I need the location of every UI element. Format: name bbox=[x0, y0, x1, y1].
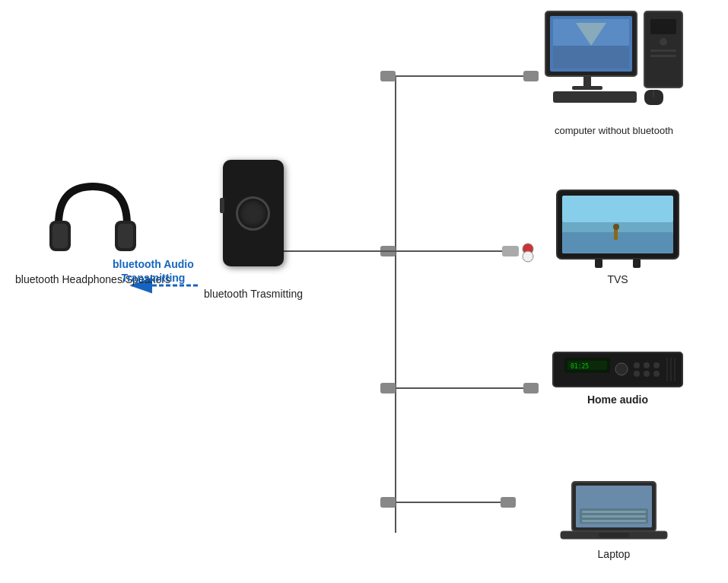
svg-point-54 bbox=[653, 362, 660, 368]
svg-rect-69 bbox=[599, 533, 629, 537]
home-audio-label: Home audio bbox=[587, 393, 648, 406]
svg-rect-45 bbox=[595, 259, 602, 268]
svg-rect-27 bbox=[553, 46, 629, 68]
svg-rect-28 bbox=[583, 76, 591, 88]
svg-rect-34 bbox=[650, 55, 676, 57]
svg-rect-21 bbox=[52, 224, 68, 248]
home-audio-group: 01:25 Home audio bbox=[549, 349, 686, 406]
svg-text:01:25: 01:25 bbox=[571, 363, 589, 370]
transmitter-group: bluetooth Trasmitting bbox=[204, 160, 303, 300]
home-audio-icon: 01:25 bbox=[549, 349, 686, 390]
transmitter-device bbox=[223, 160, 284, 266]
svg-rect-65 bbox=[582, 511, 646, 513]
svg-point-32 bbox=[660, 38, 667, 46]
transmitter-label: bluetooth Trasmitting bbox=[204, 288, 303, 300]
tv-icon bbox=[553, 186, 682, 270]
bt-audio-label: bluetooth Audio Transmitting bbox=[113, 257, 194, 285]
computer-icon bbox=[538, 8, 690, 122]
svg-rect-31 bbox=[650, 19, 676, 34]
svg-rect-10 bbox=[380, 383, 396, 393]
laptop-group: Laptop bbox=[557, 478, 671, 560]
computer-group: computer without bluetooth bbox=[538, 8, 690, 136]
svg-rect-29 bbox=[572, 86, 602, 90]
svg-rect-11 bbox=[523, 383, 539, 393]
svg-point-52 bbox=[634, 362, 640, 368]
laptop-icon bbox=[557, 478, 671, 546]
svg-point-53 bbox=[644, 362, 650, 368]
headphones-icon bbox=[43, 175, 142, 266]
svg-point-56 bbox=[644, 371, 650, 377]
svg-point-7 bbox=[523, 244, 533, 254]
svg-rect-41 bbox=[562, 196, 673, 222]
svg-rect-46 bbox=[633, 259, 641, 268]
bt-audio-line2: Transmitting bbox=[121, 272, 185, 284]
svg-rect-43 bbox=[614, 228, 618, 240]
diagram-container: bluetooth Headphones/Speakers bluetooth … bbox=[0, 0, 728, 583]
svg-rect-22 bbox=[118, 224, 133, 248]
svg-rect-6 bbox=[502, 246, 519, 256]
transmitter-button bbox=[236, 196, 270, 231]
svg-point-57 bbox=[653, 371, 660, 377]
svg-point-55 bbox=[634, 371, 640, 377]
svg-point-51 bbox=[615, 363, 628, 375]
svg-rect-33 bbox=[650, 49, 676, 52]
computer-label: computer without bluetooth bbox=[555, 125, 673, 136]
svg-point-44 bbox=[613, 224, 619, 230]
laptop-label: Laptop bbox=[598, 548, 631, 560]
svg-rect-35 bbox=[553, 91, 637, 103]
svg-point-8 bbox=[523, 251, 533, 262]
svg-rect-13 bbox=[380, 497, 396, 508]
svg-rect-2 bbox=[523, 71, 539, 81]
svg-rect-67 bbox=[582, 520, 646, 522]
svg-rect-3 bbox=[380, 71, 396, 81]
svg-rect-14 bbox=[501, 497, 516, 508]
svg-rect-5 bbox=[380, 246, 396, 256]
tv-label: TVS bbox=[607, 273, 628, 285]
tv-group: TVS bbox=[553, 186, 682, 285]
svg-rect-66 bbox=[582, 515, 646, 518]
bt-audio-line1: bluetooth Audio bbox=[113, 258, 194, 270]
